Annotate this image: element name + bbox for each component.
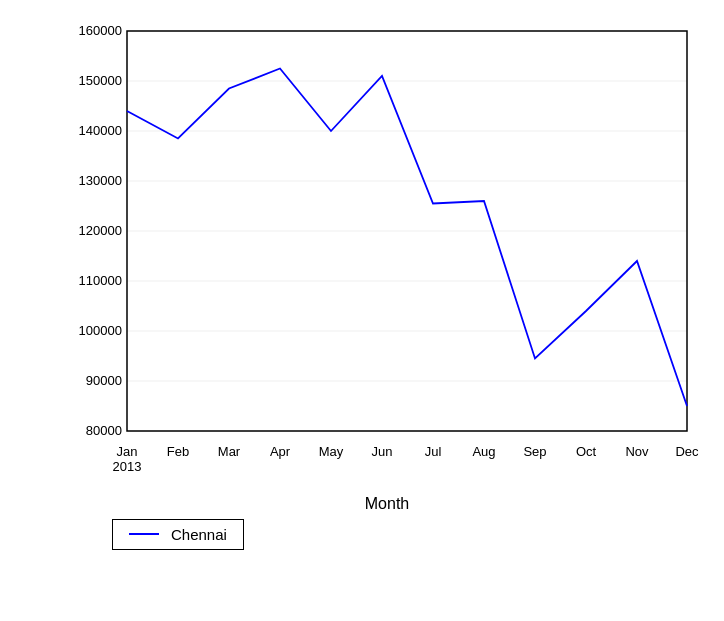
svg-text:140000: 140000	[79, 123, 122, 138]
legend-series-label: Chennai	[171, 526, 227, 543]
legend-line-icon	[129, 533, 159, 535]
legend: Chennai	[112, 519, 244, 550]
svg-text:Apr: Apr	[270, 444, 291, 459]
svg-text:Jan: Jan	[117, 444, 138, 459]
svg-text:130000: 130000	[79, 173, 122, 188]
y-axis: 80000 90000 100000 110000 120000 130000 …	[79, 23, 687, 438]
svg-text:Oct: Oct	[576, 444, 597, 459]
svg-text:80000: 80000	[86, 423, 122, 438]
svg-text:90000: 90000	[86, 373, 122, 388]
svg-text:May: May	[319, 444, 344, 459]
svg-text:2013: 2013	[113, 459, 142, 474]
svg-text:Jun: Jun	[372, 444, 393, 459]
svg-text:Sep: Sep	[523, 444, 546, 459]
line-chart: 80000 90000 100000 110000 120000 130000 …	[67, 11, 707, 491]
x-axis-label: Month	[365, 495, 409, 513]
svg-text:Feb: Feb	[167, 444, 189, 459]
svg-text:150000: 150000	[79, 73, 122, 88]
svg-text:110000: 110000	[79, 273, 122, 288]
svg-text:Nov: Nov	[625, 444, 649, 459]
svg-text:160000: 160000	[79, 23, 122, 38]
svg-text:Aug: Aug	[472, 444, 495, 459]
svg-text:120000: 120000	[79, 223, 122, 238]
svg-text:100000: 100000	[79, 323, 122, 338]
svg-text:Mar: Mar	[218, 444, 241, 459]
chart-area: 80000 90000 100000 110000 120000 130000 …	[67, 11, 707, 491]
svg-text:Jul: Jul	[425, 444, 442, 459]
svg-text:Dec: Dec	[675, 444, 699, 459]
chennai-line	[127, 68, 687, 406]
chart-container: 80000 90000 100000 110000 120000 130000 …	[12, 11, 712, 611]
x-axis: Jan 2013 Feb Mar Apr May Jun Jul Aug Sep…	[113, 444, 700, 474]
